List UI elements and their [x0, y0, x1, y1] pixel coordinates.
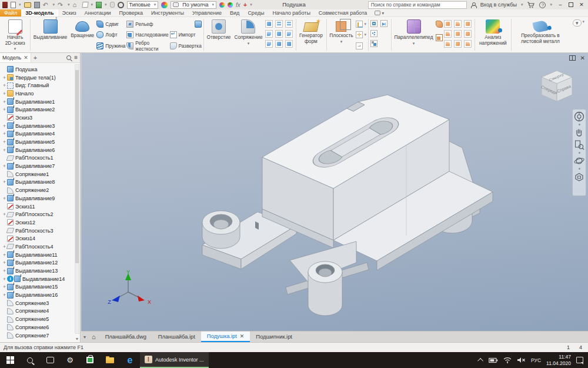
language-indicator[interactable]: РУС: [531, 357, 541, 363]
pan-hand-icon[interactable]: [573, 127, 585, 138]
tree-expander-icon[interactable]: +: [2, 139, 7, 145]
sculpt-icon[interactable]: [454, 30, 462, 38]
browser-tab-model[interactable]: Модель✕: [0, 53, 31, 62]
thicken-icon[interactable]: [285, 30, 293, 38]
parameters-fx-icon[interactable]: fx: [236, 2, 240, 8]
style-combo[interactable]: Типовые▾: [127, 1, 159, 9]
orbit-icon[interactable]: [573, 155, 585, 167]
task-view-icon[interactable]: [40, 352, 60, 368]
emboss-button[interactable]: Рельеф: [126, 19, 168, 28]
tree-expander-icon[interactable]: +: [2, 147, 7, 153]
ribbon-tab-5[interactable]: Проверка: [115, 9, 147, 16]
volume-muted-icon[interactable]: [517, 357, 526, 363]
tree-expander-icon[interactable]: +: [2, 252, 7, 258]
tree-item[interactable]: Сопряжение2: [2, 186, 80, 194]
unwrap-button[interactable]: Развертка: [170, 41, 202, 50]
measure-plus-icon[interactable]: +: [243, 1, 247, 8]
sweep-button[interactable]: Сдвиг: [96, 19, 125, 28]
link-icon[interactable]: [110, 2, 115, 8]
doctab-scroll-icon[interactable]: ▾: [81, 331, 88, 342]
clock[interactable]: 11:47 11.04.2020: [546, 354, 571, 366]
cart-icon[interactable]: [527, 2, 535, 8]
tree-item[interactable]: Сопряжение3: [2, 299, 80, 307]
sign-in-icon[interactable]: [471, 2, 476, 8]
tree-item[interactable]: Подушка: [2, 65, 80, 74]
store-icon[interactable]: [80, 352, 100, 368]
tree-item[interactable]: +РабПлоскость2: [2, 210, 80, 218]
point-button[interactable]: ▾: [356, 31, 367, 39]
new-file-icon[interactable]: [11, 2, 16, 8]
clear-appearance-icon[interactable]: [228, 2, 233, 8]
ribbon-collapse-button[interactable]: ▾: [573, 19, 582, 26]
sign-in-label[interactable]: Вход в службы: [480, 2, 517, 8]
stress-analysis-button[interactable]: Анализ напряжений: [476, 18, 509, 51]
ribbon-tab-3[interactable]: Эскиз: [58, 9, 81, 16]
rib-button[interactable]: Ребро жесткости: [126, 41, 168, 50]
home-icon[interactable]: ⌂: [73, 2, 79, 8]
tree-item[interactable]: +Выдавливание9: [2, 194, 80, 203]
3d-viewport[interactable]: ✕ Сверху Спереди Справа Y X Z: [81, 53, 588, 331]
start-button[interactable]: [0, 352, 20, 368]
axis-button[interactable]: ▾: [356, 19, 367, 28]
tree-item[interactable]: +Выдавливание13: [2, 267, 80, 275]
appearance-combo[interactable]: По умолча▾: [171, 1, 216, 9]
freeform-box-button[interactable]: [436, 33, 443, 42]
zoom-icon[interactable]: [573, 139, 585, 151]
ruled-surface-icon[interactable]: [444, 40, 452, 48]
mirror-icon[interactable]: [380, 20, 387, 27]
ribbon-tab-9[interactable]: Среды: [243, 9, 268, 16]
tree-item[interactable]: Эскиз11: [2, 203, 80, 211]
tree-item[interactable]: Эскиз14: [2, 234, 80, 243]
tree-expander-icon[interactable]: +: [2, 123, 7, 129]
extend-icon[interactable]: [444, 30, 452, 38]
tree-scroll-down-icon[interactable]: ▼: [75, 337, 79, 341]
tree-expander-icon[interactable]: +: [2, 195, 7, 201]
boundary-patch-icon[interactable]: [464, 40, 472, 48]
tree-item[interactable]: Сопряжение4: [2, 307, 80, 316]
tree-item[interactable]: +Вид: Главный: [2, 81, 80, 89]
tree-expander-icon[interactable]: +: [2, 107, 7, 112]
ribbon-tab-8[interactable]: Вид: [226, 9, 243, 16]
tree-expander-icon[interactable]: +: [2, 276, 7, 282]
tree-expander-icon[interactable]: +: [2, 260, 7, 266]
taskbar-search-icon[interactable]: [20, 352, 40, 368]
ribbon-tab-2[interactable]: 3D-модель: [21, 9, 58, 16]
browser-tab-close-icon[interactable]: ✕: [24, 55, 28, 61]
notification-center-icon[interactable]: [576, 357, 583, 363]
tree-item[interactable]: +Выдавливание15: [2, 283, 80, 291]
settings-gear-icon[interactable]: ⚙: [60, 352, 80, 368]
close-button[interactable]: ✕: [577, 2, 586, 8]
taskbar-app-inventor[interactable]: I Autodesk Inventor ...: [140, 352, 209, 368]
undo-icon[interactable]: ↶: [43, 2, 50, 8]
browser-search-icon[interactable]: [66, 55, 71, 60]
tree-item[interactable]: Эскиз12: [2, 218, 80, 227]
hole-button[interactable]: Отверстие: [205, 18, 232, 51]
tree-expander-icon[interactable]: +: [2, 179, 7, 185]
look-at-icon[interactable]: [573, 171, 585, 183]
direct-edit-button[interactable]: [170, 19, 202, 28]
battery-icon[interactable]: [489, 357, 498, 363]
tree-item[interactable]: +Начало: [2, 89, 80, 98]
import-button[interactable]: Импорт: [170, 31, 202, 39]
ucs-button[interactable]: [356, 41, 367, 50]
minimize-button[interactable]: –: [556, 2, 564, 8]
redo-icon[interactable]: ↷: [58, 2, 65, 8]
render-wheel-icon[interactable]: [118, 2, 124, 8]
sketch-qat-icon[interactable]: [82, 2, 88, 8]
revolve-button[interactable]: Вращение: [69, 18, 95, 51]
tree-item[interactable]: Сопряжение7: [2, 331, 80, 340]
tree-item[interactable]: +Выдавливание16: [2, 291, 80, 299]
help-icon[interactable]: ?: [539, 2, 546, 8]
freeform-button[interactable]: [436, 19, 443, 28]
material-caret[interactable]: ▾: [105, 2, 107, 7]
viewport-split-icon[interactable]: [569, 55, 576, 61]
browser-menu-icon[interactable]: ≡: [74, 55, 78, 60]
start-2d-sketch-button[interactable]: Начать 2D-эскиз▾: [2, 18, 28, 51]
tree-expander-icon[interactable]: +: [2, 99, 7, 105]
tree-item[interactable]: +Выдавливание12: [2, 259, 80, 267]
tree-item[interactable]: +РабПлоскость4: [2, 243, 80, 251]
combine-icon[interactable]: [275, 30, 283, 38]
tree-expander-icon[interactable]: +: [2, 292, 7, 298]
ribbon-display-toggle[interactable]: ▾: [375, 9, 384, 16]
document-tab[interactable]: Планшайба.ipt: [152, 331, 201, 342]
